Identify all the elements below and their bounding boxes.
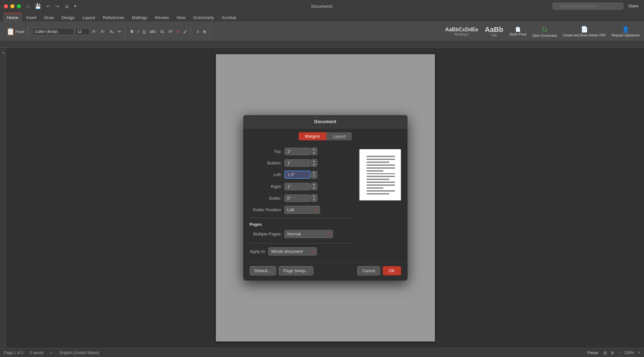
default-button[interactable]: Default...: [250, 266, 276, 275]
underline-button[interactable]: U: [141, 28, 147, 35]
zoom-controls[interactable]: ⊞: [611, 351, 614, 355]
change-case-button[interactable]: Aₐ: [108, 28, 115, 35]
page-setup-button[interactable]: Page Setup...: [279, 266, 314, 275]
paste-button[interactable]: 📋 Paste: [5, 26, 26, 37]
tab-view[interactable]: View: [173, 14, 189, 22]
tab-home[interactable]: Home: [3, 13, 22, 22]
tab-margins[interactable]: Margins: [299, 132, 326, 140]
tab-insert[interactable]: Insert: [22, 14, 41, 22]
tab-draw[interactable]: Draw: [40, 14, 58, 22]
tab-acrobat[interactable]: Acrobat: [218, 14, 240, 22]
top-up[interactable]: ▲: [311, 148, 317, 151]
clear-format-button[interactable]: ✏: [116, 28, 123, 35]
more-icon[interactable]: ▾: [74, 4, 76, 9]
gutter-up[interactable]: ▲: [311, 194, 317, 198]
search-wrapper[interactable]: [553, 3, 623, 10]
request-signatures-button[interactable]: 👤 Request Signatures: [610, 25, 641, 38]
bold-button[interactable]: B: [129, 28, 135, 35]
tab-review[interactable]: Review: [151, 14, 173, 22]
search-input[interactable]: [553, 3, 623, 10]
numbered-list-button[interactable]: ≣: [201, 28, 208, 35]
font-size-input[interactable]: [75, 28, 90, 35]
home-icon[interactable]: ⌂: [26, 3, 30, 10]
gutter-spinner[interactable]: ▲ ▼: [311, 194, 317, 202]
print-icon[interactable]: 🖨: [64, 4, 69, 9]
open-grammarly-button[interactable]: G Open Grammarly: [531, 25, 559, 38]
focus-button[interactable]: Focus: [586, 350, 600, 356]
apply-to-select[interactable]: Whole document This section This point f…: [268, 247, 317, 255]
preview-line: [367, 167, 395, 169]
redo-icon[interactable]: ↪: [55, 4, 59, 9]
top-input[interactable]: [284, 148, 310, 155]
zoom-out-button[interactable]: −: [618, 351, 620, 355]
bottom-down[interactable]: ▼: [311, 163, 317, 166]
left-input[interactable]: [284, 171, 310, 179]
subscript-button[interactable]: X₂: [159, 28, 166, 35]
top-spinner[interactable]: ▲ ▼: [311, 147, 317, 155]
tab-grammarly[interactable]: Grammarly: [189, 14, 218, 22]
multiple-pages-label: Multiple Pages:: [250, 232, 282, 236]
font-grow-button[interactable]: A⁺: [91, 28, 98, 35]
multiple-pages-select[interactable]: Normal Mirror margins 2 pages per sheet …: [284, 230, 333, 238]
heading2-style[interactable]: AaBb Title: [483, 25, 505, 38]
preview-line: [367, 164, 395, 166]
gutter-down[interactable]: ▼: [311, 198, 317, 202]
ruler: [0, 41, 644, 48]
modal-overlay: Document Margins Layout Top:: [6, 48, 644, 348]
bullet-list-button[interactable]: ≡: [195, 28, 200, 35]
top-down[interactable]: ▼: [311, 151, 317, 155]
font-shrink-button[interactable]: A⁻: [99, 28, 107, 35]
heading1-style[interactable]: AaBbCcDdEe Reading 2: [443, 26, 480, 37]
highlight-button[interactable]: 🖊: [182, 28, 189, 35]
cancel-button[interactable]: Cancel: [357, 266, 380, 275]
right-up[interactable]: ▲: [311, 183, 317, 186]
gutter-position-label: Gutter Position:: [250, 207, 282, 212]
proofing-icon[interactable]: ✓: [50, 351, 53, 355]
gutter-position-select-wrapper[interactable]: Left Top: [284, 206, 320, 214]
save-icon[interactable]: 💾: [35, 3, 41, 9]
share-button[interactable]: Share: [627, 3, 640, 9]
create-share-pdf-button[interactable]: 📄 Create and Share Adobe PDF: [561, 25, 607, 38]
ribbon-tabs: Home Insert Draw Design Layout Reference…: [0, 12, 644, 22]
left-spinner[interactable]: ▲ ▼: [311, 171, 317, 179]
dialog-form: Top: ▲ ▼ Bottom:: [250, 147, 353, 255]
right-row: Right: ▲ ▼: [250, 183, 353, 190]
tab-mailings[interactable]: Mailings: [128, 14, 151, 22]
right-input[interactable]: [284, 183, 310, 190]
left-up[interactable]: ▲: [311, 171, 317, 175]
gutter-position-select[interactable]: Left Top: [284, 206, 320, 214]
undo-icon[interactable]: ↩: [46, 4, 50, 9]
close-button[interactable]: [4, 4, 8, 8]
maximize-button[interactable]: [17, 4, 21, 8]
minimize-button[interactable]: [10, 4, 14, 8]
tab-references[interactable]: References: [99, 14, 128, 22]
tab-design[interactable]: Design: [58, 14, 79, 22]
zoom-in-button[interactable]: +: [638, 351, 640, 355]
preview-line: [367, 190, 395, 192]
bottom-row: Bottom: ▲ ▼: [250, 159, 353, 167]
preview-line: [367, 159, 395, 160]
dialog-header: Document: [243, 115, 408, 128]
apply-to-select-wrapper[interactable]: Whole document This section This point f…: [268, 247, 317, 255]
right-down[interactable]: ▼: [311, 186, 317, 190]
bottom-spinner[interactable]: ▲ ▼: [311, 159, 317, 167]
left-down[interactable]: ▼: [311, 175, 317, 178]
font-name-input[interactable]: [32, 28, 74, 35]
tab-layout[interactable]: Layout: [326, 132, 352, 140]
gutter-input[interactable]: [284, 194, 310, 202]
strikethrough-button[interactable]: abc: [148, 28, 158, 35]
bottom-input[interactable]: [284, 159, 310, 167]
preview-line: [367, 176, 395, 177]
font-color-button[interactable]: A: [175, 28, 181, 35]
bottom-up[interactable]: ▲: [311, 159, 317, 163]
superscript-button[interactable]: X²: [167, 28, 174, 35]
preview-line: [367, 193, 389, 194]
tab-layout[interactable]: Layout: [79, 14, 99, 22]
ok-button[interactable]: OK: [383, 266, 401, 275]
styles-pane-button[interactable]: 📄 Styles Pane: [508, 26, 528, 37]
italic-button[interactable]: I: [136, 28, 140, 35]
right-spinner[interactable]: ▲ ▼: [311, 183, 317, 190]
left-label: Left:: [250, 172, 282, 177]
main-area: ▾ Document Margins Layout: [0, 48, 644, 348]
multiple-pages-select-wrapper[interactable]: Normal Mirror margins 2 pages per sheet …: [284, 230, 333, 238]
